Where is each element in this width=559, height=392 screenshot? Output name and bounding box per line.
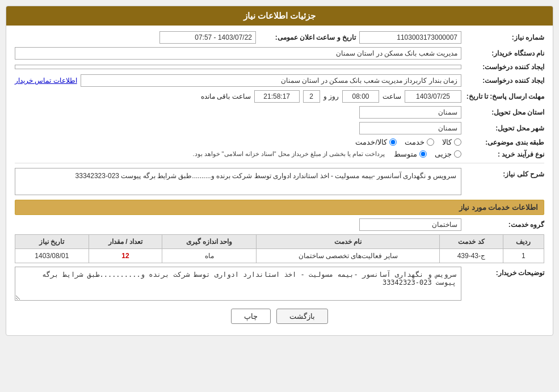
buyer-desc-label: توضیحات خریدار: xyxy=(465,267,544,277)
province-value: سمنان xyxy=(359,106,461,119)
creator-value xyxy=(15,65,461,69)
purchase-note: پرداخت تمام یا بخشی از مبلغ خریداز محل "… xyxy=(192,150,385,158)
table-header-row: ردیف xyxy=(503,235,544,249)
purchase-type-label: نوع فرآیند خرید : xyxy=(465,150,544,158)
purchase-jozi-label: جزیی xyxy=(435,150,452,158)
buyer-desc-value xyxy=(15,267,461,301)
city-label: شهر محل تحویل: xyxy=(465,124,544,132)
contractor-value: زمان بندار کاربرداز مدیریت شعب بانک مسکن… xyxy=(81,74,461,87)
buttons-row: بازگشت چاپ xyxy=(15,309,544,324)
category-radio-khedmat[interactable] xyxy=(427,138,434,146)
category-khedmat-label: خدمت xyxy=(405,138,424,146)
cell-qty: 12 xyxy=(89,249,162,263)
need-number-value: 1103003173000007 xyxy=(359,31,461,44)
general-desc-value: سرویس و نگهداری آسانسور -بیمه مسولیت - ا… xyxy=(15,168,461,195)
purchase-radio-motavasset[interactable] xyxy=(419,150,427,158)
creator-label: ایجاد کننده درخواست: xyxy=(465,63,544,71)
deadline-days: 2 xyxy=(303,90,320,103)
table-header-qty: تعداد / مقدار xyxy=(89,235,162,249)
table-header-date: تاریخ نیاز xyxy=(15,235,89,249)
deadline-time-label: ساعت xyxy=(383,92,401,100)
cell-date: 1403/08/01 xyxy=(15,249,89,263)
print-button[interactable]: چاپ xyxy=(231,309,271,324)
contractor-label: ایجاد کننده درخواست: xyxy=(465,77,544,85)
deadline-remaining: 21:58:17 xyxy=(254,90,300,103)
cell-code: ج-43-439 xyxy=(440,249,503,263)
table-row: 1 ج-43-439 سایر فعالیت‌های تخصصی ساختمان… xyxy=(15,249,544,263)
table-header-code: کد خدمت xyxy=(440,235,503,249)
contact-link[interactable]: اطلاعات تماس خریدار xyxy=(15,77,77,85)
category-radio-group: کالا خدمت کالا/خدمت xyxy=(355,138,461,146)
panel-title: جزئیات اطلاعات نیاز xyxy=(6,6,553,26)
date-value: 1403/07/22 - 07:57 xyxy=(159,31,256,44)
deadline-days-label: روز و xyxy=(323,92,339,100)
category-kala-khedmat-label: کالا/خدمت xyxy=(355,138,387,146)
purchase-radio-group: جزیی متوسط xyxy=(394,150,461,158)
deadline-date: 1403/07/25 xyxy=(405,90,461,103)
deadline-label: مهلت ارسال پاسخ: تا تاریخ: xyxy=(465,92,544,100)
cell-name: سایر فعالیت‌های تخصصی ساختمان xyxy=(257,249,440,263)
general-desc-label: شرح کلی نیاز: xyxy=(465,168,544,178)
back-button[interactable]: بازگشت xyxy=(276,309,328,324)
services-table: ردیف کد خدمت نام خدمت واحد اندازه گیری ت… xyxy=(15,234,544,263)
need-number-label: شماره نیاز: xyxy=(465,33,544,41)
service-group-value: ساختمان xyxy=(359,218,461,231)
cell-row: 1 xyxy=(503,249,544,263)
date-label: تاریخ و ساعت اعلان عمومی: xyxy=(259,33,356,41)
service-group-label: گروه خدمت: xyxy=(465,221,544,229)
province-label: استان محل تحویل: xyxy=(465,108,544,116)
org-name-label: نام دستگاه خریدار: xyxy=(465,49,544,57)
cell-unit: ماه xyxy=(162,249,257,263)
category-label: طبقه بندی موضوعی: xyxy=(465,138,544,146)
table-header-name: نام خدمت xyxy=(257,235,440,249)
org-name-value: مدیریت شعب بانک مسکن در استان سمنان xyxy=(15,47,461,60)
purchase-motavasset-label: متوسط xyxy=(394,150,417,158)
category-radio-kala[interactable] xyxy=(454,138,461,146)
city-value: سمنان xyxy=(359,122,461,134)
table-header-unit: واحد اندازه گیری xyxy=(162,235,257,249)
deadline-remaining-label: ساعت باقی مانده xyxy=(201,92,251,100)
services-section-title: اطلاعات خدمات مورد نیاز xyxy=(15,200,544,215)
category-kala-label: کالا xyxy=(442,138,452,146)
purchase-radio-jozi[interactable] xyxy=(454,150,461,158)
category-radio-kala-khedmat[interactable] xyxy=(389,138,397,146)
deadline-time: 08:00 xyxy=(342,90,379,103)
